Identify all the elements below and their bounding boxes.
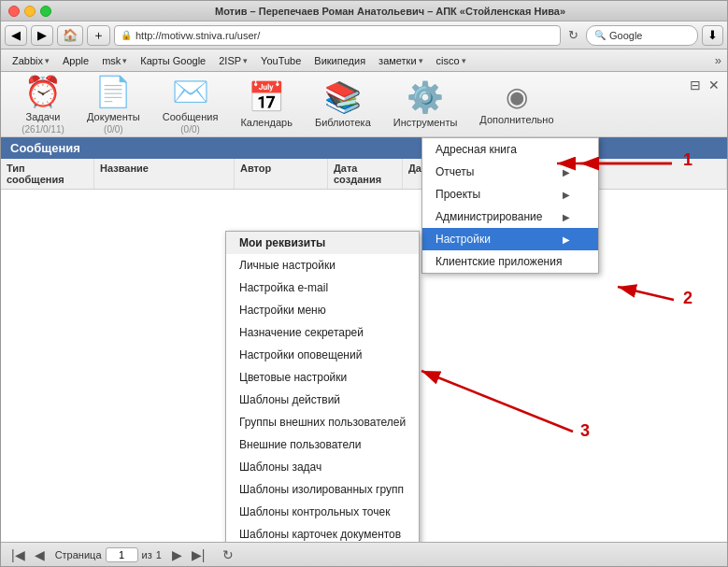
extra-label: Дополнительно [479,114,553,126]
library-label: Библиотека [315,117,371,129]
back-button[interactable]: ◀ [5,25,27,46]
tasks-label: Задачи [26,111,61,123]
bookmarks-more-icon[interactable]: » [715,53,721,67]
search-bar[interactable]: 🔍 Google [586,25,698,46]
bookmark-cisco[interactable]: cisco▾ [431,53,472,68]
bookmark-msk[interactable]: msk▾ [96,53,133,68]
chevron-icon: ▾ [122,56,127,65]
back-arrow-icon: ◀ [11,28,21,42]
menu-settings[interactable]: Настройки ▶ [422,228,598,250]
close-button[interactable] [8,6,20,17]
window-controls [8,6,51,17]
submenu-external-user-groups[interactable]: Группы внешних пользователей [226,411,419,433]
submenu-action-templates[interactable]: Шаблоны действий [226,389,419,411]
sub-dropdown-menu: Мои реквизиты Личные настройки Настройка… [225,231,420,542]
toolbar: ⏰ Задачи (261/0/11) 📄 Документы (0/0) ✉️… [1,72,727,137]
submenu-checkpoint-templates-label: Шаблоны контрольных точек [239,505,390,518]
tools-label: Инструменты [393,117,458,129]
bookmark-wikipedia[interactable]: Википедия [308,53,371,68]
submenu-external-user-groups-label: Группы внешних пользователей [239,416,406,429]
minimize-button[interactable] [24,6,36,17]
menu-projects[interactable]: Проекты ▶ [422,183,598,206]
menu-client-apps[interactable]: Клиентские приложения [422,250,598,273]
bookmark-maps[interactable]: Карты Google [135,53,211,68]
bookmark-zabbix[interactable]: Zabbix▾ [7,53,55,68]
toolbar-tasks[interactable]: ⏰ Задачи (261/0/11) [10,68,76,139]
tools-icon: ⚙️ [407,79,444,115]
submenu-color-settings[interactable]: Цветовые настройки [226,366,419,389]
menu-reports-label: Отчеты [435,165,474,178]
submenu-menu-settings[interactable]: Настройки меню [226,299,419,321]
forward-arrow-icon: ▶ [37,28,47,42]
maximize-button[interactable] [40,6,51,17]
menu-settings-label: Настройки [435,233,491,246]
submenu-email-settings-label: Настройка e-mail [239,281,328,294]
chevron-icon: ▾ [419,56,423,65]
toolbar-messages[interactable]: ✉️ Сообщения (0/0) [151,68,230,139]
menu-admin[interactable]: Администрирование ▶ [422,206,598,228]
menu-reports[interactable]: Отчеты ▶ [422,161,598,183]
forward-button[interactable]: ▶ [31,25,53,46]
submenu-my-details[interactable]: Мои реквизиты [226,232,419,254]
search-icon: 🔍 [594,30,606,40]
submenu-personal-settings[interactable]: Личные настройки [226,254,419,276]
home-icon: 🏠 [63,28,78,42]
home-button[interactable]: 🏠 [57,25,83,46]
submenu-checkpoint-templates[interactable]: Шаблоны контрольных точек [226,501,419,523]
submenu-arrow-icon: ▶ [563,167,570,177]
detach-icon[interactable]: ⊟ [690,78,701,92]
submenu-doc-card-templates[interactable]: Шаблоны карточек документов [226,523,419,542]
messages-icon: ✉️ [172,74,209,109]
refresh-button[interactable]: ↻ [564,28,582,42]
page-label: Страница [55,549,102,560]
submenu-external-users[interactable]: Внешние пользователи [226,433,419,456]
tasks-icon: ⏰ [24,74,62,109]
titlebar: Мотив – Перепечаев Роман Анатольевич – А… [1,1,727,21]
section-header: Сообщения [1,137,727,159]
main-dropdown-menu: Адресная книга Отчеты ▶ Проекты ▶ Админи… [421,137,599,274]
submenu-notification-settings[interactable]: Настройки оповещений [226,344,419,366]
extra-icon: ◉ [506,81,528,112]
bookmark-youtube[interactable]: YouTube [255,53,307,68]
submenu-menu-settings-label: Настройки меню [239,304,326,317]
toolbar-extra[interactable]: ◉ Дополнительно [468,76,564,132]
messages-label: Сообщения [163,111,219,123]
lock-icon: 🔒 [121,30,132,40]
browser-window: Мотив – Перепечаев Роман Анатольевич – А… [0,0,728,567]
submenu-assign-secretary[interactable]: Назначение секретарей [226,321,419,344]
prev-page-button[interactable]: ◀ [32,547,48,562]
first-page-button[interactable]: |◀ [8,547,28,562]
last-page-button[interactable]: ▶| [189,547,208,562]
submenu-email-settings[interactable]: Настройка e-mail [226,276,419,299]
col-type: Типсообщения [1,159,94,189]
bookmark-notes[interactable]: заметки▾ [373,53,428,68]
refresh-icon: ↻ [568,28,578,42]
submenu-assign-secretary-label: Назначение секретарей [239,326,364,339]
documents-icon: 📄 [94,74,132,109]
toolbar-library[interactable]: 📚 Библиотека [304,74,382,135]
bookmark-apple[interactable]: Apple [57,53,94,68]
menu-address-book[interactable]: Адресная книга [422,138,598,161]
submenu-doc-card-templates-label: Шаблоны карточек документов [239,528,401,541]
pagination-nav-next: ▶ ▶| [169,547,208,562]
toolbar-tools[interactable]: ⚙️ Инструменты [382,74,469,135]
close-toolbar-icon[interactable]: ✕ [708,78,720,92]
page-input[interactable] [106,547,138,562]
messages-count: (0/0) [180,124,200,135]
toolbar-documents[interactable]: 📄 Документы (0/0) [76,68,151,139]
submenu-task-templates[interactable]: Шаблоны задач [226,456,419,478]
col-date-create: Датасоздания [328,159,403,189]
url-bar[interactable]: 🔒 http://motivw.stniva.ru/user/ [114,25,561,46]
window-title: Мотив – Перепечаев Роман Анатольевич – А… [61,6,720,17]
bookmark-2isp[interactable]: 2ISP▾ [213,53,253,68]
menu-client-apps-label: Клиентские приложения [435,255,562,268]
main-content: Сообщения Типсообщения Название Автор Да… [1,137,727,542]
toolbar-calendar[interactable]: 📅 Календарь [229,74,304,135]
pagination-nav: |◀ ◀ [8,547,48,562]
plus-button[interactable]: ＋ [87,25,110,46]
submenu-isolated-group-templates[interactable]: Шаблоны изолированных групп [226,478,419,501]
next-page-button[interactable]: ▶ [169,547,185,562]
downloads-button[interactable]: ⬇ [702,25,723,46]
refresh-status-icon[interactable]: ↻ [222,547,234,562]
menu-admin-label: Администрирование [435,210,542,223]
